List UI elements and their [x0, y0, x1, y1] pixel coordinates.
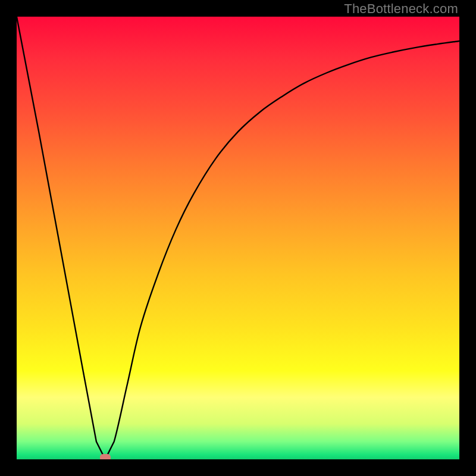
- chart-frame: TheBottleneck.com: [0, 0, 476, 476]
- plot-area: [17, 17, 459, 459]
- bottleneck-curve: [17, 17, 459, 459]
- optimal-point-marker: [100, 454, 111, 459]
- watermark-text: TheBottleneck.com: [344, 1, 458, 17]
